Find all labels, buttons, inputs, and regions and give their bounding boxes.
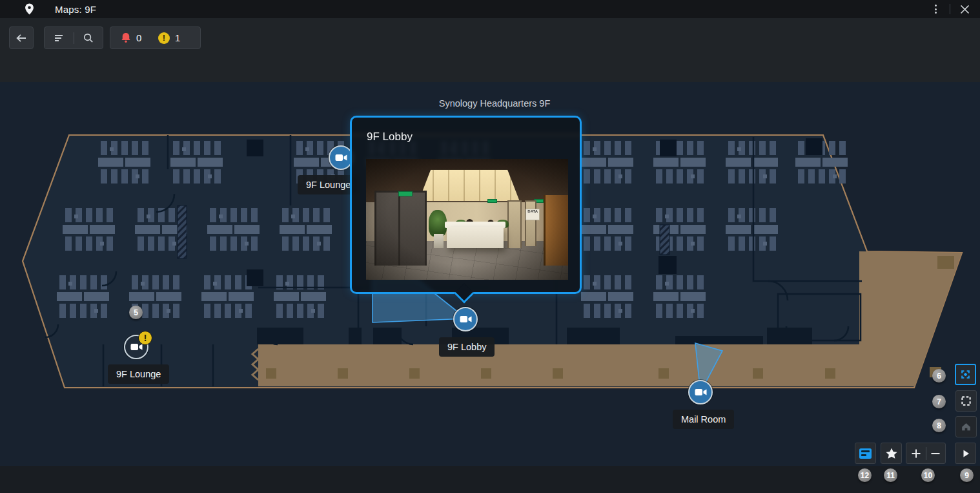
annotation-badge-11: 11 [884,468,897,482]
annotation-badge-7: 7 [932,395,946,408]
annotation-badge-8: 8 [932,419,946,432]
close-icon[interactable] [955,1,974,17]
search-button[interactable] [74,27,103,48]
home-icon [960,421,972,433]
alarm-count: 0 [136,32,144,43]
camera-snapshot: DATA [366,159,568,280]
zoom-in-button[interactable] [906,443,926,463]
video-camera-icon [334,152,348,163]
annotation-badge-9: 9 [960,468,974,482]
bottom-strip [0,466,980,493]
window-title: Maps: 9F [55,4,96,15]
video-camera-icon [459,313,473,325]
map-title: Synology Headquarters 9F [387,98,602,109]
popup-camera-title: 9F Lobby [367,131,413,143]
list-icon [53,32,65,44]
zoom-out-button[interactable] [926,443,946,463]
focus-plus-icon [959,368,972,381]
alert-status-button[interactable]: 0 ! 1 [110,26,201,49]
search-icon [83,32,94,44]
list-search-button-group [44,26,103,49]
video-camera-icon [694,386,708,398]
play-icon [960,448,972,459]
annotation-badge-10: 10 [921,468,935,482]
camera-label: Mail Room [673,410,734,429]
more-options-icon[interactable] [926,1,944,17]
camera-label: 9F Lounge [108,364,169,384]
camera-list-panel-button[interactable] [855,443,876,464]
camera-marker-mail-room[interactable] [688,380,713,404]
surveillance-maps-window: Maps: 9F 0 ! 1 [0,0,980,493]
annotation-badge-5: 5 [129,306,143,319]
plus-icon [910,448,922,459]
map-pin-icon [25,3,34,15]
panel-list-icon [859,448,872,459]
titlebar-divider [950,4,950,14]
home-view-button[interactable] [955,416,977,437]
camera-marker-9f-lobby[interactable] [453,307,478,331]
annotation-badge-12: 12 [858,468,872,482]
auto-fit-button[interactable] [955,364,976,385]
dashed-square-icon [960,395,972,407]
alarm-bell-icon [121,32,131,43]
titlebar: Maps: 9F [0,0,980,18]
toolbar: 0 ! 1 [0,18,980,82]
camera-label: 9F Lobby [439,337,495,357]
selection-mode-button[interactable] [955,390,977,412]
back-button[interactable] [9,26,34,49]
warning-count: 1 [175,32,183,43]
play-button[interactable] [955,443,976,464]
annotation-badge-6: 6 [932,369,946,383]
minus-icon [930,448,941,459]
favorites-button[interactable] [881,443,902,464]
back-arrow-icon [15,32,28,44]
star-icon [885,447,898,460]
warning-icon: ! [158,32,170,44]
camera-warning-badge[interactable]: ! [138,331,152,345]
zoom-control [906,443,946,464]
map-list-button[interactable] [45,27,74,48]
camera-preview-popup[interactable]: 9F Lobby DATA [350,116,582,294]
